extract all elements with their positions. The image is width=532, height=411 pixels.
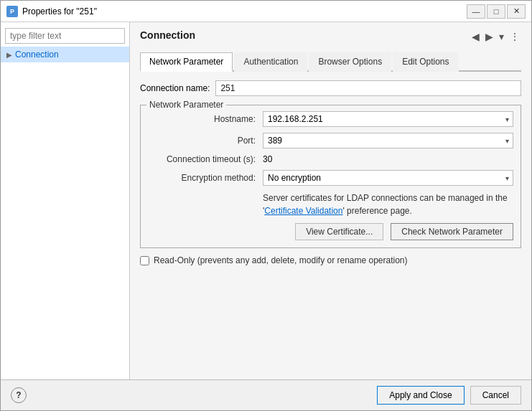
main-window: P Properties for "251" — □ ✕ ▶ Connectio… — [0, 0, 532, 411]
form-content: Connection name: Network Parameter Hostn… — [140, 80, 521, 268]
cert-info-text2: ' preference page. — [342, 206, 411, 216]
panel-nav: ◀ ▶ ▾ ⋮ — [470, 29, 521, 44]
panel: Connection ◀ ▶ ▾ ⋮ Network Parameter Aut… — [130, 22, 531, 379]
connection-name-input[interactable] — [215, 80, 521, 96]
cert-buttons: View Certificate... Check Network Parame… — [148, 223, 513, 240]
port-label: Port: — [148, 136, 263, 146]
timeout-value: 30 — [263, 154, 272, 164]
nav-menu-button[interactable]: ⋮ — [508, 29, 521, 44]
port-dropdown[interactable]: 389 — [263, 133, 513, 148]
hostname-control: 192.168.2.251 ▾ — [263, 111, 513, 127]
view-certificate-button[interactable]: View Certificate... — [295, 223, 383, 240]
hostname-label: Hostname: — [148, 114, 263, 124]
filter-box — [5, 28, 125, 44]
network-parameter-group: Network Parameter Hostname: 192.168.2.25… — [140, 105, 521, 248]
connection-name-label: Connection name: — [140, 83, 210, 93]
readonly-row: Read-Only (prevents any add, delete, mod… — [140, 255, 521, 265]
expand-arrow-icon: ▶ — [6, 51, 12, 59]
group-legend: Network Parameter — [146, 100, 226, 110]
help-button[interactable]: ? — [11, 387, 27, 403]
tab-network-parameter[interactable]: Network Parameter — [140, 52, 233, 72]
timeout-row: Connection timeout (s): 30 — [148, 154, 513, 164]
footer: ? Apply and Close Cancel — [1, 379, 531, 410]
encryption-label: Encryption method: — [148, 173, 263, 183]
encryption-control: No encryption ▾ — [263, 170, 513, 186]
title-bar-controls: — □ ✕ — [467, 4, 526, 19]
readonly-label: Read-Only (prevents any add, delete, mod… — [154, 255, 408, 265]
encryption-dropdown[interactable]: No encryption — [263, 170, 513, 186]
tabs: Network Parameter Authentication Browser… — [140, 51, 521, 72]
hostname-row: Hostname: 192.168.2.251 ▾ — [148, 111, 513, 127]
minimize-button[interactable]: — — [467, 4, 485, 19]
readonly-checkbox[interactable] — [140, 256, 149, 265]
filter-input[interactable] — [5, 28, 125, 44]
maximize-button[interactable]: □ — [487, 4, 505, 19]
tab-authentication[interactable]: Authentication — [234, 52, 307, 72]
tab-browser-options[interactable]: Browser Options — [309, 52, 391, 72]
nav-back-button[interactable]: ◀ — [470, 29, 481, 44]
nav-dropdown-button[interactable]: ▾ — [498, 29, 505, 44]
panel-header: Connection — [140, 29, 195, 41]
close-button[interactable]: ✕ — [507, 4, 526, 19]
sidebar-item-label: Connection — [15, 49, 59, 60]
connection-name-row: Connection name: — [140, 80, 521, 96]
window-icon: P — [6, 6, 18, 17]
cancel-button[interactable]: Cancel — [470, 386, 521, 405]
apply-and-close-button[interactable]: Apply and Close — [377, 386, 464, 405]
sidebar-item-connection[interactable]: ▶ Connection — [1, 47, 129, 62]
main-content: ▶ Connection Connection ◀ ▶ ▾ ⋮ Network … — [1, 22, 531, 379]
hostname-dropdown[interactable]: 192.168.2.251 — [263, 111, 513, 127]
timeout-label: Connection timeout (s): — [148, 154, 263, 164]
window-title: Properties for "251" — [22, 6, 467, 16]
footer-right: Apply and Close Cancel — [377, 386, 521, 405]
nav-forward-button[interactable]: ▶ — [484, 29, 495, 44]
port-row: Port: 389 ▾ — [148, 133, 513, 148]
footer-left: ? — [11, 387, 27, 403]
sidebar: ▶ Connection — [1, 22, 130, 379]
cert-info: Server certificates for LDAP connections… — [263, 192, 513, 217]
check-network-parameter-button[interactable]: Check Network Parameter — [391, 223, 513, 240]
tab-edit-options[interactable]: Edit Options — [393, 52, 458, 72]
encryption-row: Encryption method: No encryption ▾ — [148, 170, 513, 186]
title-bar: P Properties for "251" — □ ✕ — [1, 1, 531, 22]
cert-validation-link[interactable]: Certificate Validation — [264, 206, 342, 216]
port-control: 389 ▾ — [263, 133, 513, 148]
